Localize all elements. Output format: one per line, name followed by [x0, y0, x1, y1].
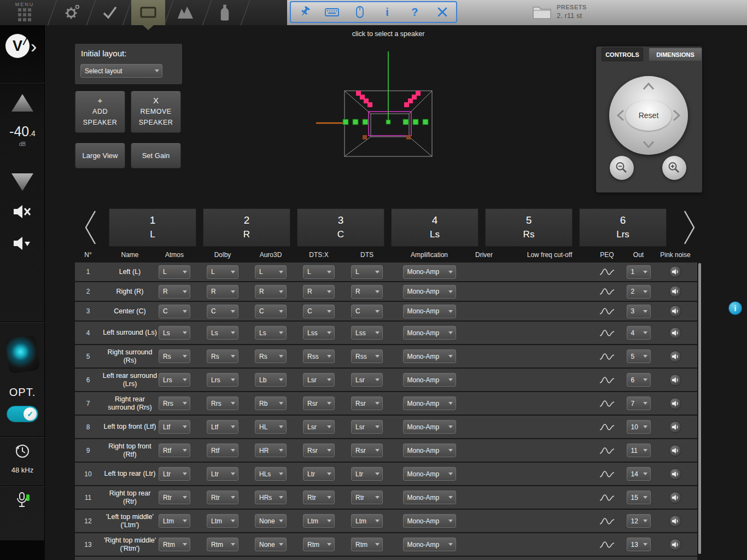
remove-speaker-button[interactable]: X REMOVE SPEAKER	[131, 91, 181, 133]
dts-select[interactable]: Ltr	[351, 467, 383, 481]
dtsx-select[interactable]: Ltm	[303, 514, 335, 528]
atmos-select[interactable]: Lrs	[159, 373, 190, 387]
mute-button[interactable]	[13, 203, 31, 220]
presets-button[interactable]: PRESETS 2. r11 st	[532, 4, 587, 20]
out-select[interactable]: 13	[627, 538, 651, 551]
out-select[interactable]: 15	[627, 491, 651, 504]
optical-toggle[interactable]: ✓	[7, 406, 38, 422]
dtsx-select[interactable]: L	[303, 265, 335, 279]
dolby-select[interactable]: Rrs	[207, 396, 238, 410]
menu-button[interactable]: MENU	[8, 2, 42, 25]
auro3d-select[interactable]: HL	[255, 420, 287, 434]
atmos-select[interactable]: C	[159, 305, 190, 318]
pink-noise-button[interactable]	[669, 515, 681, 527]
dts-select[interactable]: Rtr	[351, 491, 383, 504]
out-select[interactable]: 2	[627, 285, 651, 299]
amplification-select[interactable]: Mono-Amp	[403, 538, 456, 551]
volume-up-button[interactable]	[10, 93, 34, 113]
settings-button[interactable]	[59, 3, 84, 22]
zoom-in-button[interactable]	[662, 156, 686, 180]
dts-select[interactable]: R	[351, 285, 383, 299]
dim-button[interactable]	[13, 235, 31, 252]
amplification-select[interactable]: Mono-Amp	[403, 326, 456, 340]
channel-tab[interactable]: 1L	[109, 208, 196, 247]
atmos-select[interactable]: Rtr	[159, 491, 190, 504]
add-speaker-button[interactable]: + ADD SPEAKER	[75, 91, 125, 133]
volume-down-button[interactable]	[10, 172, 34, 192]
dts-select[interactable]: Rss	[351, 349, 383, 363]
dtsx-select[interactable]: C	[303, 305, 335, 318]
auro3d-select[interactable]: C	[255, 305, 287, 318]
auro3d-select[interactable]: HLs	[255, 467, 287, 481]
dtsx-select[interactable]: Rsr	[303, 396, 335, 410]
dolby-select[interactable]: Rtr	[207, 491, 238, 504]
info-fab-button[interactable]: i	[728, 301, 742, 315]
measurement-button[interactable]	[173, 3, 198, 22]
dts-select[interactable]: L	[351, 265, 383, 279]
pink-noise-button[interactable]	[669, 539, 681, 551]
peq-button[interactable]	[599, 399, 615, 408]
channel-tab[interactable]: 6Lrs	[579, 208, 667, 247]
auro3d-select[interactable]: Rs	[255, 349, 287, 363]
close-toolbar-button[interactable]	[431, 3, 454, 21]
peq-button[interactable]	[599, 267, 615, 276]
mouse-button[interactable]	[348, 3, 371, 21]
lab-button[interactable]	[212, 3, 237, 22]
peq-button[interactable]	[599, 376, 615, 384]
dolby-select[interactable]: R	[207, 285, 238, 299]
pink-noise-button[interactable]	[669, 374, 681, 386]
dts-select[interactable]: Rtm	[351, 538, 383, 551]
channel-tab[interactable]: 5Rs	[485, 208, 573, 247]
dts-select[interactable]: Lsr	[351, 420, 383, 434]
auro3d-select[interactable]: Lb	[255, 373, 287, 387]
peq-button[interactable]	[599, 307, 615, 316]
pink-noise-button[interactable]	[669, 468, 681, 480]
out-select[interactable]: 7	[627, 396, 651, 410]
atmos-select[interactable]: Rtm	[159, 538, 190, 551]
dts-select[interactable]: Rsr	[351, 396, 383, 410]
dts-select[interactable]: Lsr	[351, 373, 383, 387]
peq-button[interactable]	[599, 493, 615, 502]
peq-button[interactable]	[599, 470, 615, 479]
dolby-select[interactable]: Ltr	[207, 467, 238, 481]
auro3d-select[interactable]: R	[255, 285, 287, 299]
auro3d-select[interactable]: None	[255, 514, 287, 528]
amplification-select[interactable]: Mono-Amp	[403, 396, 456, 410]
auro3d-select[interactable]: Rb	[255, 396, 287, 410]
pink-noise-button[interactable]	[669, 285, 681, 298]
dolby-select[interactable]: Rtm	[207, 538, 238, 551]
pink-noise-button[interactable]	[669, 421, 681, 433]
layout-select[interactable]: Select layout	[80, 64, 162, 78]
pink-noise-button[interactable]	[669, 327, 681, 339]
dts-select[interactable]: Lss	[351, 326, 383, 340]
peq-button[interactable]	[599, 287, 615, 296]
tab-dimensions[interactable]: DIMENSIONS	[649, 48, 702, 61]
amplification-select[interactable]: Mono-Amp	[403, 514, 456, 528]
channel-scroll-right[interactable]	[682, 209, 697, 246]
amplification-select[interactable]: Mono-Amp	[403, 349, 456, 363]
reset-button[interactable]: Reset	[626, 100, 672, 131]
dolby-select[interactable]: Ls	[207, 326, 238, 340]
channel-tab[interactable]: 2R	[203, 208, 290, 247]
atmos-select[interactable]: Ltf	[159, 420, 190, 434]
dtsx-select[interactable]: Rss	[303, 349, 335, 363]
out-select[interactable]: 5	[627, 349, 651, 363]
dolby-select[interactable]: L	[207, 265, 238, 279]
dtsx-select[interactable]: Lss	[303, 326, 335, 340]
dolby-select[interactable]: Lrs	[207, 373, 238, 387]
large-view-button[interactable]: Large View	[75, 143, 125, 168]
atmos-select[interactable]: Ltm	[159, 514, 190, 528]
keyboard-button[interactable]	[320, 3, 343, 21]
atmos-select[interactable]: Ls	[159, 326, 190, 340]
amplification-select[interactable]: Mono-Amp	[403, 491, 456, 504]
dts-select[interactable]: Rsr	[351, 444, 383, 457]
calibration-button[interactable]	[97, 3, 122, 22]
pink-noise-button[interactable]	[669, 445, 681, 457]
out-select[interactable]: 1	[627, 265, 651, 279]
tab-speaker-setup[interactable]	[131, 0, 165, 25]
atmos-select[interactable]: R	[159, 285, 190, 299]
atmos-select[interactable]: Ltr	[159, 467, 190, 481]
atmos-select[interactable]: Rtf	[159, 444, 190, 457]
out-select[interactable]: 14	[627, 467, 651, 481]
pink-noise-button[interactable]	[669, 351, 681, 363]
